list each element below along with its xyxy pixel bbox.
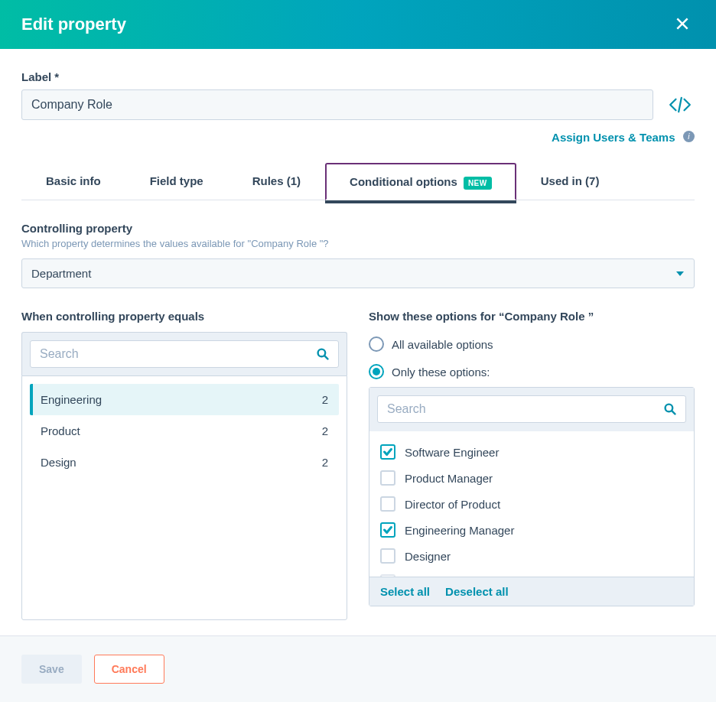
options-search[interactable] [377,395,686,423]
code-icon[interactable] [666,93,695,116]
checkbox-icon [380,470,395,486]
save-button[interactable]: Save [21,655,82,684]
right-column-title: Show these options for “Company Role ” [369,310,695,323]
tab-rules[interactable]: Rules (1) [228,162,325,200]
deselect-all-link[interactable]: Deselect all [445,585,509,598]
chevron-down-icon [675,269,685,278]
radio-all-options[interactable]: All available options [369,336,695,352]
tabs: Basic info Field type Rules (1) Conditio… [21,162,695,200]
checkbox-icon [380,548,395,564]
option-row[interactable]: Engineering Manager [380,517,683,543]
tab-field-type[interactable]: Field type [125,162,228,200]
radio-icon [369,336,384,352]
radio-only-these[interactable]: Only these options: [369,364,695,379]
option-row[interactable]: Design Director [380,569,683,577]
options-search-input[interactable] [387,402,664,416]
cancel-button[interactable]: Cancel [94,655,164,684]
controlling-values-search[interactable] [30,340,339,368]
search-icon [664,403,676,415]
option-row[interactable]: Director of Product [380,491,683,517]
modal-header: Edit property [0,0,716,49]
checkbox-icon [380,574,395,577]
controlling-values-search-input[interactable] [40,347,317,361]
controlling-values-list: Engineering2 Product2 Design2 [21,375,347,620]
controlling-value-item[interactable]: Engineering2 [30,384,339,415]
info-icon[interactable]: i [683,131,695,145]
left-column-title: When controlling property equals [21,310,347,323]
label-field-label: Label * [21,70,695,83]
select-all-link[interactable]: Select all [380,585,430,598]
checkbox-icon [380,444,395,460]
controlling-property-select[interactable]: Department [21,258,695,288]
tab-used-in[interactable]: Used in (7) [516,162,624,200]
option-row[interactable]: Designer [380,543,683,569]
checkbox-icon [380,496,395,512]
tab-basic-info[interactable]: Basic info [21,162,125,200]
checkbox-icon [380,522,395,538]
new-badge: NEW [464,177,492,190]
option-row[interactable]: Product Manager [380,465,683,491]
tab-conditional-options[interactable]: Conditional optionsNEW [325,163,516,200]
assign-users-link[interactable]: Assign Users & Teams [552,131,675,144]
option-row[interactable]: Software Engineer [380,439,683,465]
controlling-property-help: Which property determines the values ava… [21,238,695,249]
controlling-value-item[interactable]: Product2 [30,415,339,447]
modal-footer: Save Cancel [0,635,716,702]
controlling-property-title: Controlling property [21,222,695,235]
modal-title: Edit property [21,15,126,34]
search-icon [317,348,329,360]
controlling-value-item[interactable]: Design2 [30,447,339,478]
label-input[interactable] [21,89,653,120]
close-icon [675,16,690,31]
close-button[interactable] [670,11,695,38]
options-list: Software Engineer Product Manager Direct… [369,431,694,577]
radio-icon [369,364,384,379]
